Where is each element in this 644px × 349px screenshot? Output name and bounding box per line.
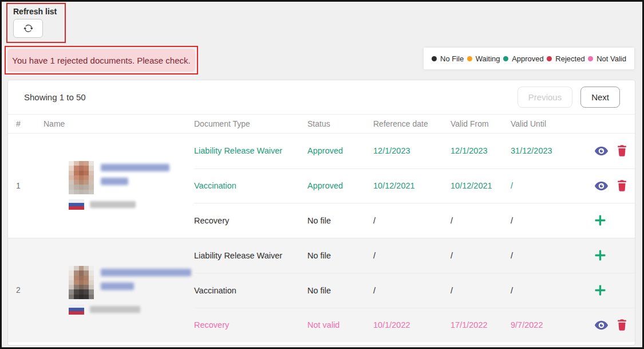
legend-item: No File bbox=[432, 54, 464, 63]
country-flag bbox=[69, 304, 84, 315]
document-type: Recovery bbox=[194, 308, 307, 343]
table-body: 1 bbox=[8, 134, 635, 342]
delete-document-button[interactable] bbox=[617, 180, 627, 191]
refresh-annotation-box: Refresh list bbox=[6, 3, 66, 43]
document-type: Liability Release Waiver bbox=[194, 134, 307, 168]
legend-label: Not Valid bbox=[596, 54, 626, 63]
refresh-list-label: Refresh list bbox=[13, 7, 65, 16]
valid-from: / bbox=[451, 273, 511, 308]
showing-count-label: Showing 1 to 50 bbox=[24, 92, 517, 102]
view-document-button[interactable] bbox=[595, 146, 608, 156]
legend-dot bbox=[588, 56, 593, 61]
valid-until: / bbox=[511, 168, 588, 203]
next-page-button[interactable]: Next bbox=[580, 87, 620, 108]
document-status: Approved bbox=[307, 134, 373, 168]
person-name-redacted bbox=[101, 164, 169, 171]
status-legend: No File Waiting Approved Rejected Not Va… bbox=[424, 48, 634, 69]
person-name-redacted bbox=[101, 269, 191, 276]
document-actions bbox=[588, 168, 635, 203]
document-status: No file bbox=[307, 273, 373, 308]
document-status: No file bbox=[307, 203, 373, 238]
column-header-reference-date: Reference date bbox=[373, 119, 451, 128]
valid-from: 17/1/2022 bbox=[451, 308, 511, 343]
valid-from: 10/12/2021 bbox=[451, 168, 511, 203]
reference-date: 10/12/2021 bbox=[373, 168, 451, 203]
valid-from: / bbox=[451, 203, 511, 238]
document-actions bbox=[588, 203, 635, 238]
legend-label: Waiting bbox=[476, 54, 500, 63]
legend-dot bbox=[503, 56, 508, 61]
column-header-valid-until: Valid Until bbox=[511, 119, 588, 128]
column-header-name: Name bbox=[37, 119, 194, 128]
document-actions bbox=[588, 273, 635, 308]
legend-label: Approved bbox=[512, 54, 544, 63]
person-name-cell[interactable] bbox=[37, 238, 194, 343]
legend-item: Waiting bbox=[467, 54, 500, 63]
document-type: Liability Release Waiver bbox=[194, 238, 307, 273]
column-header-status: Status bbox=[307, 119, 373, 128]
valid-until: / bbox=[511, 273, 588, 308]
alert-annotation-box: You have 1 rejected documents. Please ch… bbox=[5, 46, 198, 74]
valid-until: 31/12/2023 bbox=[511, 134, 588, 168]
table-header-row: # Name Document Type Status Reference da… bbox=[8, 115, 635, 134]
rejected-documents-alert: You have 1 rejected documents. Please ch… bbox=[7, 49, 195, 72]
person-firstname-redacted bbox=[101, 283, 134, 290]
column-header-document-type: Document Type bbox=[194, 119, 307, 128]
avatar bbox=[69, 161, 94, 194]
add-document-button[interactable] bbox=[595, 285, 606, 296]
avatar bbox=[69, 266, 94, 299]
valid-from: 12/1/2023 bbox=[451, 134, 511, 168]
document-actions bbox=[588, 238, 635, 273]
column-header-index: # bbox=[8, 119, 37, 128]
country-name-redacted bbox=[90, 306, 140, 313]
refresh-button[interactable] bbox=[13, 19, 43, 38]
document-type: Recovery bbox=[194, 203, 307, 238]
document-actions bbox=[588, 308, 635, 343]
table-toolbar: Showing 1 to 50 Previous Next bbox=[8, 80, 635, 115]
row-index: 2 bbox=[8, 238, 37, 343]
table-row-group: 2 bbox=[8, 238, 635, 343]
column-header-valid-from: Valid From bbox=[451, 119, 511, 128]
document-type: Vaccination bbox=[194, 273, 307, 308]
reference-date: 12/1/2023 bbox=[373, 134, 451, 168]
legend-item: Approved bbox=[503, 54, 544, 63]
country-name-redacted bbox=[90, 201, 136, 208]
document-type: Vaccination bbox=[194, 168, 307, 203]
document-status: Not valid bbox=[307, 308, 373, 343]
legend-label: Rejected bbox=[555, 54, 584, 63]
legend-item: Rejected bbox=[547, 54, 584, 63]
reference-date: / bbox=[373, 203, 451, 238]
previous-page-button[interactable]: Previous bbox=[517, 87, 572, 108]
valid-from: / bbox=[451, 238, 511, 273]
reference-date: 10/1/2022 bbox=[373, 308, 451, 343]
valid-until: / bbox=[511, 203, 588, 238]
document-status: Approved bbox=[307, 168, 373, 203]
add-document-button[interactable] bbox=[595, 215, 606, 226]
legend-item: Not Valid bbox=[588, 54, 626, 63]
view-document-button[interactable] bbox=[595, 181, 608, 191]
legend-dot bbox=[467, 56, 472, 61]
reference-date: / bbox=[373, 238, 451, 273]
person-firstname-redacted bbox=[101, 178, 128, 185]
person-name-cell[interactable] bbox=[37, 134, 194, 238]
refresh-icon bbox=[23, 23, 33, 33]
delete-document-button[interactable] bbox=[617, 319, 627, 331]
row-index: 1 bbox=[8, 134, 37, 238]
documents-table-card: Showing 1 to 50 Previous Next # Name Doc… bbox=[7, 80, 635, 346]
legend-dot bbox=[432, 56, 437, 61]
legend-label: No File bbox=[440, 54, 464, 63]
document-actions bbox=[588, 134, 635, 168]
add-document-button[interactable] bbox=[595, 250, 606, 261]
reference-date: / bbox=[373, 273, 451, 308]
document-status: No file bbox=[307, 238, 373, 273]
valid-until: 9/7/2022 bbox=[511, 308, 588, 343]
table-row-group: 1 bbox=[8, 134, 635, 238]
view-document-button[interactable] bbox=[595, 320, 608, 330]
country-flag bbox=[69, 199, 84, 210]
delete-document-button[interactable] bbox=[617, 145, 627, 156]
legend-dot bbox=[547, 56, 552, 61]
valid-until: / bbox=[511, 238, 588, 273]
